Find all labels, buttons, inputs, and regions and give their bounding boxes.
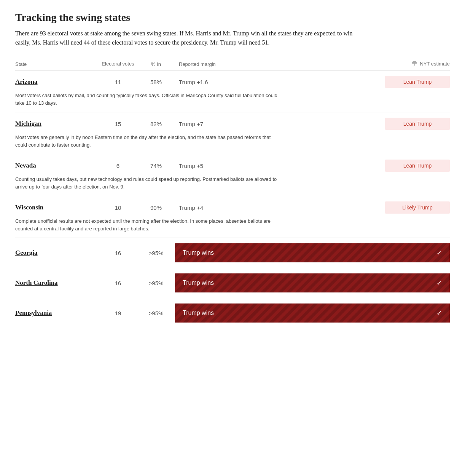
reported-margin: Trump +5 — [175, 163, 358, 169]
table-row: Wisconsin 10 90% Trump +4 Likely Trump C… — [15, 196, 450, 238]
state-name: Georgia — [15, 249, 99, 257]
header-pct: % In — [137, 61, 175, 67]
estimate-badge: Lean Trump — [385, 118, 450, 130]
state-note: Most voters cast ballots by mail, and co… — [15, 90, 282, 112]
page-title: Tracking the swing states — [15, 11, 450, 24]
electoral-votes: 6 — [99, 163, 137, 169]
state-name: Arizona — [15, 78, 99, 86]
reported-margin: Trump +4 — [175, 204, 358, 211]
reported-margin: Trump +7 — [175, 121, 358, 127]
state-name: Pennsylvania — [15, 309, 99, 317]
table-row: Michigan 15 82% Trump +7 Lean Trump Most… — [15, 112, 450, 154]
table-row: North Carolina 16 >95% Trump wins ✓ — [15, 268, 450, 298]
intro-text: There are 93 electoral votes at stake am… — [15, 29, 358, 47]
pct-in: >95% — [137, 250, 175, 256]
nyt-umbrella-icon — [411, 60, 418, 67]
pct-in: 58% — [137, 79, 175, 85]
estimate-col: Lean Trump — [358, 118, 450, 130]
reported-margin: Trump +1.6 — [175, 79, 358, 85]
table-row: Pennsylvania 19 >95% Trump wins ✓ — [15, 298, 450, 328]
estimate-badge: Lean Trump — [385, 76, 450, 88]
electoral-votes: 16 — [99, 280, 137, 286]
pct-in: 74% — [137, 163, 175, 169]
state-name: Wisconsin — [15, 204, 99, 211]
trump-wins-badge: Trump wins ✓ — [175, 303, 450, 323]
electoral-votes: 15 — [99, 121, 137, 127]
state-name: North Carolina — [15, 279, 99, 287]
table-row: Georgia 16 >95% Trump wins ✓ — [15, 238, 450, 268]
estimate-badge: Lean Trump — [385, 160, 450, 172]
header-ev: Electoral votes — [99, 61, 137, 67]
electoral-votes: 11 — [99, 79, 137, 85]
state-note: Complete unofficial results are not expe… — [15, 216, 282, 238]
pct-in: >95% — [137, 310, 175, 316]
electoral-votes: 19 — [99, 310, 137, 316]
table-header: State Electoral votes % In Reported marg… — [15, 58, 450, 70]
trump-wins-badge: Trump wins ✓ — [175, 273, 450, 292]
state-note: Most votes are generally in by noon East… — [15, 132, 282, 154]
pct-in: 82% — [137, 121, 175, 127]
state-name: Nevada — [15, 162, 99, 169]
header-state: State — [15, 61, 99, 67]
electoral-votes: 16 — [99, 250, 137, 256]
trump-wins-badge: Trump wins ✓ — [175, 243, 450, 262]
table-row: Nevada 6 74% Trump +5 Lean Trump Countin… — [15, 154, 450, 196]
estimate-col: Lean Trump — [358, 160, 450, 172]
pct-in: 90% — [137, 204, 175, 211]
pct-in: >95% — [137, 280, 175, 286]
electoral-votes: 10 — [99, 204, 137, 211]
header-margin: Reported margin — [175, 61, 358, 67]
states-table: Arizona 11 58% Trump +1.6 Lean Trump Mos… — [15, 70, 450, 328]
state-name: Michigan — [15, 120, 99, 128]
estimate-col: Likely Trump — [358, 201, 450, 214]
table-row: Arizona 11 58% Trump +1.6 Lean Trump Mos… — [15, 70, 450, 112]
estimate-col: Lean Trump — [358, 76, 450, 88]
header-estimate: NYT estimate — [358, 60, 450, 67]
svg-line-1 — [414, 65, 414, 66]
estimate-badge: Likely Trump — [385, 201, 450, 214]
state-note: Counting usually takes days, but new tec… — [15, 174, 282, 196]
